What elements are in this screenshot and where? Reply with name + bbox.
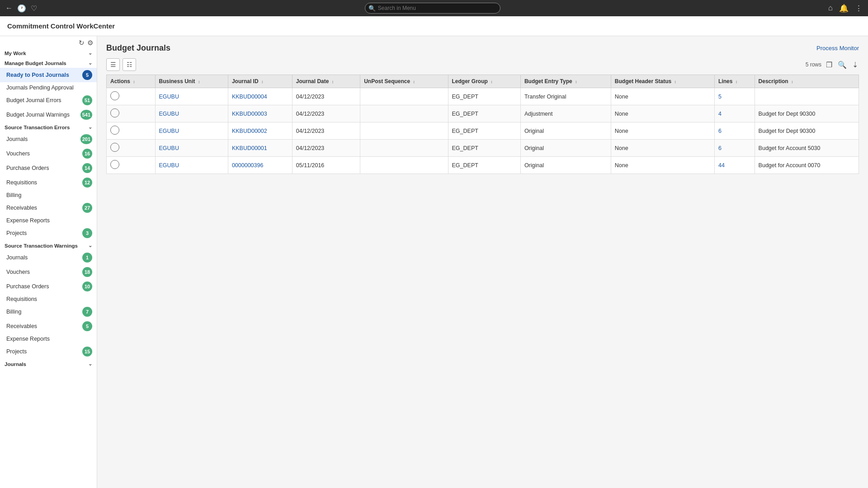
- cell-budget-header-status: None: [611, 140, 714, 157]
- process-monitor-link[interactable]: Process Monitor: [816, 45, 859, 52]
- cell-journal-date: 04/12/2023: [292, 140, 360, 157]
- sidebar-item-requisitions-errors[interactable]: Requisitions 12: [0, 175, 97, 190]
- sidebar-item-expense-reports-errors[interactable]: Expense Reports: [0, 215, 97, 226]
- refresh-icon[interactable]: ↻: [79, 39, 85, 47]
- col-journal-id[interactable]: Journal ID ↕: [228, 75, 292, 88]
- source-errors-chevron: ⌄: [88, 124, 92, 130]
- sidebar-item-journals-errors[interactable]: Journals 201: [0, 132, 97, 146]
- my-work-section[interactable]: My Work ⌄: [0, 48, 97, 58]
- sidebar-item-budget-errors[interactable]: Budget Journal Errors 51: [0, 93, 97, 108]
- col-budget-entry-type[interactable]: Budget Entry Type ↕: [520, 75, 611, 88]
- sidebar-item-journals-pending[interactable]: Journals Pending Approval: [0, 82, 97, 93]
- journal-id-link[interactable]: KKBUD00001: [232, 145, 267, 151]
- col-unpost-sequence[interactable]: UnPost Sequence ↕: [360, 75, 448, 88]
- history-icon[interactable]: 🕐: [17, 4, 26, 13]
- table-toolbar-right: 5 rows ❐ 🔍 ⇣: [806, 60, 859, 70]
- search-menu-input[interactable]: [365, 3, 500, 14]
- journal-id-link[interactable]: KKBUD00004: [232, 94, 267, 100]
- bell-icon[interactable]: 🔔: [839, 4, 849, 13]
- source-warnings-section[interactable]: Source Transaction Warnings ⌄: [0, 240, 97, 250]
- journals-section[interactable]: Journals ⌄: [0, 359, 97, 369]
- more-icon[interactable]: ⋮: [855, 4, 863, 13]
- sidebar-item-billing-warnings[interactable]: Billing 7: [0, 305, 97, 319]
- col-business-unit[interactable]: Business Unit ↕: [155, 75, 228, 88]
- journal-id-link[interactable]: KKBUD00003: [232, 111, 267, 117]
- sidebar-item-receivables-warnings[interactable]: Receivables 5: [0, 319, 97, 333]
- sort-unpost[interactable]: ↕: [413, 80, 415, 84]
- col-ledger-group[interactable]: Ledger Group ↕: [448, 75, 520, 88]
- sort-actions[interactable]: ↕: [133, 80, 135, 84]
- lines-link[interactable]: 44: [718, 162, 725, 169]
- journal-id-link[interactable]: KKBUD00002: [232, 128, 267, 134]
- sort-ledger[interactable]: ↕: [491, 80, 493, 84]
- manage-budget-section[interactable]: Manage Budget Journals ⌄: [0, 58, 97, 68]
- col-actions[interactable]: Actions ↕: [107, 75, 156, 88]
- sort-entry-type[interactable]: ↕: [575, 80, 577, 84]
- cell-ledger-group: EG_DEPT: [448, 105, 520, 122]
- back-icon[interactable]: ←: [5, 4, 13, 12]
- home-icon[interactable]: ⌂: [828, 4, 833, 13]
- business-unit-link[interactable]: EGUBU: [159, 111, 179, 117]
- lines-link[interactable]: 6: [718, 145, 722, 151]
- sidebar-item-journals-warnings[interactable]: Journals 1: [0, 250, 97, 265]
- lines-link[interactable]: 4: [718, 111, 722, 117]
- filter-btn[interactable]: ☷: [123, 58, 136, 71]
- action-circle-btn[interactable]: [110, 108, 119, 117]
- view-toggle-btn[interactable]: ☰: [106, 58, 120, 71]
- sort-journal-id[interactable]: ↕: [261, 80, 264, 84]
- sidebar-item-vouchers-errors[interactable]: Vouchers 16: [0, 146, 97, 161]
- cell-lines: 6: [715, 122, 755, 140]
- bookmark-icon[interactable]: ♡: [31, 4, 37, 13]
- cell-ledger-group: EG_DEPT: [448, 88, 520, 105]
- source-errors-section[interactable]: Source Transaction Errors ⌄: [0, 122, 97, 132]
- settings-icon[interactable]: ⚙: [87, 39, 93, 47]
- business-unit-link[interactable]: EGUBU: [159, 128, 179, 134]
- cell-unpost-sequence: [360, 122, 448, 140]
- top-bar: ← 🕐 ♡ 🔍 ⌂ 🔔 ⋮: [0, 0, 868, 16]
- sidebar-item-budget-warnings[interactable]: Budget Journal Warnings 541: [0, 108, 97, 122]
- sidebar-item-ready-to-post[interactable]: Ready to Post Journals 5: [0, 68, 97, 82]
- col-journal-date[interactable]: Journal Date ↕: [292, 75, 360, 88]
- cell-ledger-group: EG_DEPT: [448, 157, 520, 174]
- search-btn[interactable]: 🔍: [837, 60, 848, 70]
- receivables-warnings-badge: 5: [82, 321, 92, 331]
- sidebar-item-po-warnings[interactable]: Purchase Orders 10: [0, 279, 97, 294]
- sort-description[interactable]: ↕: [791, 80, 793, 84]
- cell-business-unit: EGUBU: [155, 88, 228, 105]
- business-unit-link[interactable]: EGUBU: [159, 94, 179, 100]
- journals-warnings-badge: 1: [82, 253, 92, 263]
- action-circle-btn[interactable]: [110, 126, 119, 135]
- sidebar-item-projects-errors[interactable]: Projects 3: [0, 226, 97, 240]
- sort-header-status[interactable]: ↕: [675, 80, 677, 84]
- action-circle-btn[interactable]: [110, 143, 119, 152]
- sort-business-unit[interactable]: ↕: [198, 80, 200, 84]
- lines-link[interactable]: 6: [718, 128, 722, 134]
- sort-lines[interactable]: ↕: [736, 80, 738, 84]
- business-unit-link[interactable]: EGUBU: [159, 162, 179, 169]
- layout: ↻ ⚙ My Work ⌄ Manage Budget Journals ⌄ R…: [0, 36, 868, 488]
- action-circle-btn[interactable]: [110, 91, 119, 100]
- expand-btn[interactable]: ❐: [825, 60, 833, 70]
- sidebar-item-po-errors[interactable]: Purchase Orders 14: [0, 161, 97, 175]
- sort-journal-date[interactable]: ↕: [332, 80, 334, 84]
- sidebar-item-requisitions-warnings[interactable]: Requisitions: [0, 294, 97, 305]
- cell-description: [755, 88, 859, 105]
- download-btn[interactable]: ⇣: [851, 60, 859, 70]
- sidebar: ↻ ⚙ My Work ⌄ Manage Budget Journals ⌄ R…: [0, 36, 97, 488]
- sidebar-item-billing-errors[interactable]: Billing: [0, 190, 97, 201]
- action-circle-btn[interactable]: [110, 160, 119, 169]
- col-budget-header-status[interactable]: Budget Header Status ↕: [611, 75, 714, 88]
- sidebar-collapse-handle[interactable]: ▮: [97, 253, 97, 271]
- lines-link[interactable]: 5: [718, 94, 722, 100]
- my-work-chevron: ⌄: [88, 50, 92, 56]
- col-lines[interactable]: Lines ↕: [715, 75, 755, 88]
- cell-lines: 6: [715, 140, 755, 157]
- sidebar-item-receivables-errors[interactable]: Receivables 27: [0, 201, 97, 215]
- cell-journal-id: KKBUD00003: [228, 105, 292, 122]
- journal-id-link[interactable]: 0000000396: [232, 162, 264, 169]
- sidebar-item-vouchers-warnings[interactable]: Vouchers 18: [0, 265, 97, 279]
- business-unit-link[interactable]: EGUBU: [159, 145, 179, 151]
- sidebar-item-expense-reports-warnings[interactable]: Expense Reports: [0, 333, 97, 344]
- sidebar-item-projects-warnings[interactable]: Projects 15: [0, 344, 97, 359]
- col-description[interactable]: Description ↕: [755, 75, 859, 88]
